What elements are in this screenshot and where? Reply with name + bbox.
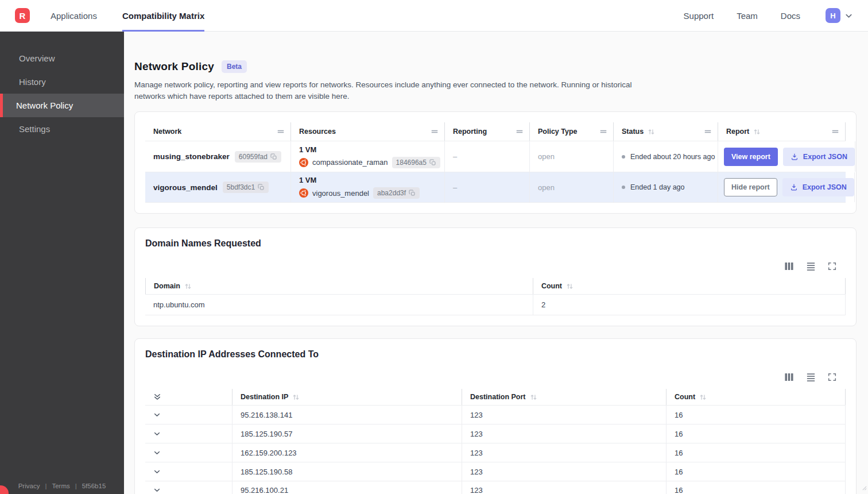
columns-icon[interactable] bbox=[784, 372, 794, 382]
destination-row[interactable]: 95.216.100.21 123 16 bbox=[145, 481, 846, 494]
sort-icon[interactable] bbox=[753, 128, 761, 136]
view-report-button[interactable]: View report bbox=[724, 148, 778, 166]
count-value: 16 bbox=[666, 462, 846, 481]
avatar[interactable]: H bbox=[826, 8, 840, 23]
chevron-down-icon[interactable] bbox=[153, 411, 161, 419]
col-policy-type[interactable]: Policy Type bbox=[530, 122, 614, 141]
destination-row[interactable]: 162.159.200.123 123 16 bbox=[145, 443, 846, 462]
network-name: vigorous_mendel bbox=[153, 183, 218, 192]
col-destination-port[interactable]: Destination Port bbox=[462, 389, 666, 405]
column-drag-icon[interactable] bbox=[277, 128, 285, 136]
sidebar-item-network-policy[interactable]: Network Policy bbox=[0, 94, 124, 117]
resource-id-badge[interactable]: 184696a5 bbox=[392, 157, 440, 168]
network-row[interactable]: musing_stonebraker 60959fad 1 VM compass… bbox=[145, 141, 846, 172]
columns-icon[interactable] bbox=[784, 261, 794, 271]
col-resources[interactable]: Resources bbox=[291, 122, 445, 141]
network-id-badge[interactable]: 5bdf3dc1 bbox=[223, 182, 269, 193]
export-json-button[interactable]: Export JSON bbox=[782, 178, 854, 196]
chevron-down-icon[interactable] bbox=[153, 468, 161, 476]
destination-ip-value: 162.159.200.123 bbox=[232, 443, 462, 462]
destination-port-value: 123 bbox=[462, 406, 666, 424]
resource-name: vigorous_mendel bbox=[312, 189, 369, 198]
link-docs[interactable]: Docs bbox=[781, 11, 800, 21]
col-destination-ip[interactable]: Destination IP bbox=[232, 389, 462, 405]
destination-port-value: 123 bbox=[462, 424, 666, 443]
sort-icon[interactable] bbox=[566, 283, 574, 290]
col-network[interactable]: Network bbox=[145, 122, 291, 141]
main-content: Network Policy Beta Manage network polic… bbox=[124, 32, 868, 494]
col-count-label: Count bbox=[541, 282, 562, 290]
privacy-link[interactable]: Privacy bbox=[18, 483, 40, 489]
col-expand-all[interactable] bbox=[145, 389, 232, 405]
destinations-card: Destination IP Addresses Connected To De… bbox=[134, 338, 857, 494]
column-drag-icon[interactable] bbox=[516, 128, 524, 136]
divider: | bbox=[45, 483, 46, 489]
ubuntu-icon bbox=[299, 188, 308, 198]
download-icon bbox=[790, 183, 798, 191]
copy-icon[interactable] bbox=[409, 190, 416, 196]
sort-icon[interactable] bbox=[530, 393, 537, 401]
sort-icon[interactable] bbox=[292, 393, 300, 401]
col-count[interactable]: Count bbox=[533, 278, 846, 294]
column-drag-icon[interactable] bbox=[599, 128, 607, 136]
count-value: 2 bbox=[533, 295, 846, 315]
double-chevron-down-icon[interactable] bbox=[153, 393, 161, 401]
tab-compatibility-matrix[interactable]: Compatibility Matrix bbox=[122, 0, 204, 32]
vm-count: 1 VM bbox=[299, 145, 440, 154]
count-value: 16 bbox=[666, 481, 846, 494]
export-json-button[interactable]: Export JSON bbox=[783, 148, 855, 166]
rows-icon[interactable] bbox=[806, 372, 816, 382]
user-menu[interactable]: H bbox=[826, 8, 853, 23]
sort-icon[interactable] bbox=[184, 283, 192, 290]
sort-icon[interactable] bbox=[699, 393, 707, 401]
network-id-badge[interactable]: 60959fad bbox=[235, 151, 281, 163]
sidebar-item-settings[interactable]: Settings bbox=[0, 117, 124, 141]
resource-id-badge[interactable]: aba2dd3f bbox=[373, 187, 420, 199]
col-reporting[interactable]: Reporting bbox=[445, 122, 530, 141]
copy-icon[interactable] bbox=[270, 153, 277, 160]
sidebar: Overview History Network Policy Settings… bbox=[0, 32, 124, 494]
policy-type-value: open bbox=[530, 141, 614, 172]
copy-icon[interactable] bbox=[258, 184, 265, 191]
terms-link[interactable]: Terms bbox=[52, 483, 69, 489]
destination-row[interactable]: 185.125.190.57 123 16 bbox=[145, 424, 846, 443]
fullscreen-icon[interactable] bbox=[828, 373, 836, 381]
chevron-down-icon[interactable] bbox=[844, 11, 853, 20]
sidebar-item-history[interactable]: History bbox=[0, 70, 124, 94]
link-support[interactable]: Support bbox=[684, 11, 714, 21]
chevron-down-icon[interactable] bbox=[153, 449, 161, 457]
col-count[interactable]: Count bbox=[666, 389, 846, 405]
column-drag-icon[interactable] bbox=[431, 128, 439, 136]
column-drag-icon[interactable] bbox=[704, 128, 712, 136]
rows-icon[interactable] bbox=[806, 261, 816, 271]
destination-row[interactable]: 95.216.138.141 123 16 bbox=[145, 405, 846, 424]
sort-icon[interactable] bbox=[648, 128, 655, 136]
brand-logo[interactable]: R bbox=[15, 8, 30, 23]
col-domain-label: Domain bbox=[154, 282, 180, 290]
copy-icon[interactable] bbox=[429, 159, 436, 166]
destination-row[interactable]: 185.125.190.58 123 16 bbox=[145, 462, 846, 481]
destination-ip-value: 185.125.190.58 bbox=[232, 462, 462, 481]
networks-table-header: Network Resources Reporting Policy Type … bbox=[145, 122, 846, 141]
network-row[interactable]: vigorous_mendel 5bdf3dc1 1 VM vigorous_m… bbox=[145, 172, 846, 203]
divider: | bbox=[75, 483, 77, 489]
tab-applications[interactable]: Applications bbox=[51, 0, 97, 32]
col-status[interactable]: Status bbox=[614, 122, 718, 141]
export-json-label: Export JSON bbox=[803, 153, 847, 161]
link-team[interactable]: Team bbox=[737, 11, 758, 21]
chevron-down-icon[interactable] bbox=[153, 487, 161, 494]
col-count-label: Count bbox=[675, 393, 695, 401]
fullscreen-icon[interactable] bbox=[828, 262, 836, 271]
chevron-down-icon[interactable] bbox=[153, 430, 161, 438]
domain-row[interactable]: ntp.ubuntu.com 2 bbox=[145, 294, 846, 315]
hide-report-button[interactable]: Hide report bbox=[724, 178, 777, 196]
resize-handle[interactable] bbox=[862, 483, 867, 493]
domains-card: Domain Names Requested Domain Count ntp.… bbox=[134, 227, 857, 326]
col-report[interactable]: Report bbox=[718, 122, 846, 141]
column-drag-icon[interactable] bbox=[831, 128, 839, 136]
sidebar-item-overview[interactable]: Overview bbox=[0, 47, 124, 70]
table-toolbar bbox=[145, 261, 836, 271]
col-domain[interactable]: Domain bbox=[145, 278, 533, 294]
table-toolbar bbox=[145, 372, 836, 382]
destination-ip-value: 95.216.138.141 bbox=[232, 406, 462, 424]
